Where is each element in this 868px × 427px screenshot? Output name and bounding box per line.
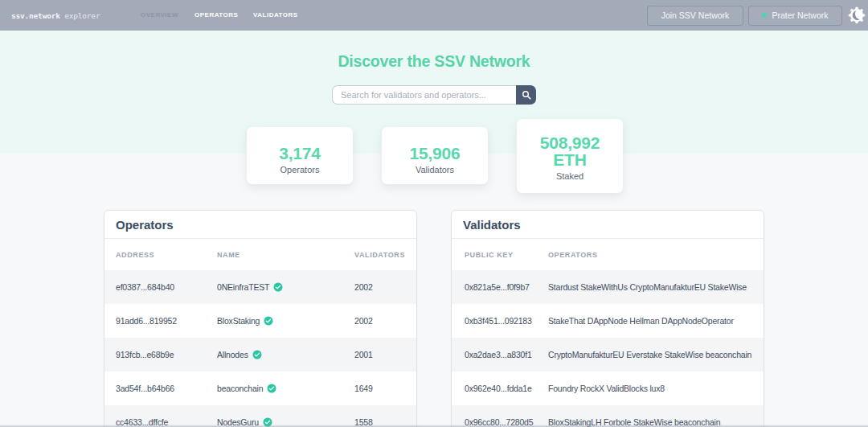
network-button-label: Prater Network xyxy=(772,10,828,20)
validator-operators: CryptoManufakturEU Everstake StakeWise b… xyxy=(548,350,764,359)
operator-name: Allnodes xyxy=(217,350,354,359)
stat-value: 3,174 xyxy=(279,145,321,162)
verified-check-icon xyxy=(264,316,273,326)
topbar-actions: Join SSV Network Prater Network xyxy=(0,0,868,31)
operators-table-body: ef0387...684b400NEinfraTEST200291add6...… xyxy=(104,270,416,427)
validator-public-key: 0x962e40...fdda1e xyxy=(465,384,548,393)
join-ssv-network-button[interactable]: Join SSV Network xyxy=(647,6,743,26)
operator-name: BloxStaking xyxy=(217,316,354,326)
verified-check-icon xyxy=(252,350,262,359)
operator-address: 913fcb...e68b9e xyxy=(116,350,217,359)
col-header-operators: OPERATORS xyxy=(548,251,764,259)
operator-address: cc4633...dffcfe xyxy=(116,417,217,427)
operator-name: beaconchain xyxy=(217,384,354,393)
validator-operators: Foundry RockX ValidBlocks lux8 xyxy=(548,384,764,393)
stat-card-operators: 3,174 Operators xyxy=(247,127,353,184)
operator-row[interactable]: ef0387...684b400NEinfraTEST2002 xyxy=(104,270,416,304)
stat-label: Operators xyxy=(280,165,320,175)
validator-public-key: 0xa2dae3...a830f1 xyxy=(465,350,548,359)
network-status-dot-icon xyxy=(762,13,767,18)
validator-row[interactable]: 0x962e40...fdda1eFoundry RockX ValidBloc… xyxy=(452,372,764,405)
validator-operators: StakeThat DAppNode Hellman DAppNodeOpera… xyxy=(548,316,764,326)
operator-validator-count: 1558 xyxy=(354,417,416,427)
validator-row[interactable]: 0x96cc80...7280d5BloxStakingLH Forbole S… xyxy=(452,405,764,427)
stat-value: 508,992ETH xyxy=(540,134,600,168)
verified-check-icon xyxy=(267,384,276,393)
operator-address: 3ad54f...b64b66 xyxy=(116,384,217,393)
validator-public-key: 0x821a5e...f0f9b7 xyxy=(465,282,548,292)
validator-public-key: 0xb3f451...092183 xyxy=(465,316,548,326)
operators-table-header: ADDRESS NAME VALIDATORS xyxy=(104,239,416,270)
stat-label: Staked xyxy=(556,171,583,182)
magnifier-icon xyxy=(522,90,531,100)
col-header-validators: VALIDATORS xyxy=(354,251,416,259)
operator-row[interactable]: 91add6...819952BloxStaking2002 xyxy=(104,304,416,338)
theme-toggle-button[interactable] xyxy=(847,6,866,25)
operators-table-title: Operators xyxy=(104,211,416,239)
operator-address: 91add6...819952 xyxy=(116,316,217,326)
operator-name: 0NEinfraTEST xyxy=(217,282,354,292)
validator-operators: Stardust StakeWithUs CryptoManufakturEU … xyxy=(548,282,764,292)
operators-table-card: Operators ADDRESS NAME VALIDATORS ef0387… xyxy=(104,210,417,427)
stat-value: 15,906 xyxy=(409,145,460,162)
verified-check-icon xyxy=(263,417,272,427)
stat-label: Validators xyxy=(416,165,454,175)
operator-row[interactable]: 913fcb...e68b9eAllnodes2001 xyxy=(104,338,416,372)
topbar: ssv.network explorer OVERVIEW OPERATORS … xyxy=(0,0,868,31)
stat-card-eth-staked: 508,992ETH Staked xyxy=(517,119,623,193)
operator-validator-count: 2001 xyxy=(354,350,416,359)
operator-row[interactable]: cc4633...dffcfeNodesGuru1558 xyxy=(104,405,416,427)
sun-moon-icon xyxy=(847,6,866,25)
validator-row[interactable]: 0x821a5e...f0f9b7Stardust StakeWithUs Cr… xyxy=(452,270,764,304)
validators-table-header: PUBLIC KEY OPERATORS xyxy=(452,239,764,270)
operator-validator-count: 2002 xyxy=(354,282,416,292)
operator-validator-count: 1649 xyxy=(354,384,416,393)
network-selector-button[interactable]: Prater Network xyxy=(748,6,842,26)
operator-address: ef0387...684b40 xyxy=(116,282,217,292)
col-header-public-key: PUBLIC KEY xyxy=(465,251,548,259)
search-input[interactable] xyxy=(332,85,516,105)
validators-table-card: Validators PUBLIC KEY OPERATORS 0x821a5e… xyxy=(451,210,764,427)
col-header-name: NAME xyxy=(217,251,354,259)
validators-table-title: Validators xyxy=(452,211,764,239)
validator-row[interactable]: 0xa2dae3...a830f1CryptoManufakturEU Ever… xyxy=(452,338,764,372)
validator-row[interactable]: 0xb3f451...092183StakeThat DAppNode Hell… xyxy=(452,304,764,338)
validator-public-key: 0x96cc80...7280d5 xyxy=(465,417,548,427)
operator-name: NodesGuru xyxy=(217,417,354,427)
page-title: Discover the SSV Network xyxy=(0,52,868,71)
operator-row[interactable]: 3ad54f...b64b66beaconchain1649 xyxy=(104,372,416,405)
search-bar xyxy=(332,85,536,105)
operator-validator-count: 2002 xyxy=(354,316,416,326)
search-button[interactable] xyxy=(516,85,536,105)
stat-card-validators: 15,906 Validators xyxy=(382,127,488,184)
validators-table-body: 0x821a5e...f0f9b7Stardust StakeWithUs Cr… xyxy=(452,270,764,427)
col-header-address: ADDRESS xyxy=(116,251,217,259)
verified-check-icon xyxy=(273,282,283,292)
validator-operators: BloxStakingLH Forbole StakeWise beaconch… xyxy=(548,417,764,427)
